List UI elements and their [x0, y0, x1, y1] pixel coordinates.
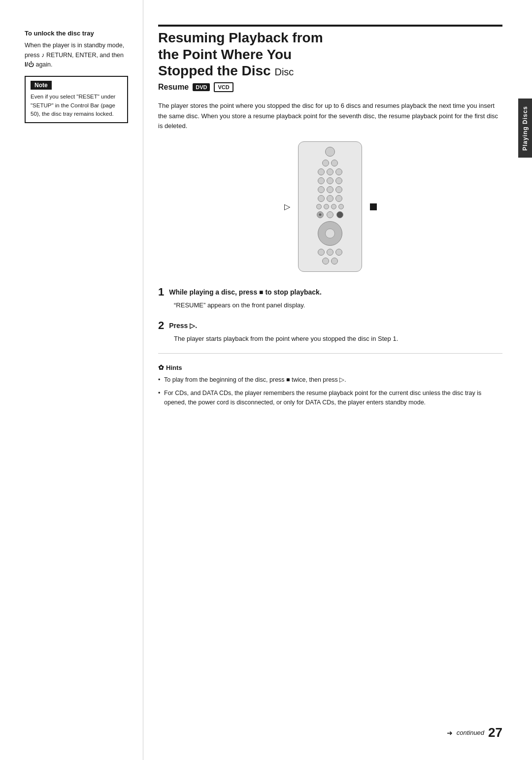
hints-section: ✿ Hints To play from the beginning of th…	[158, 363, 502, 407]
subtitle-row: Resume DVD VCD	[158, 82, 502, 92]
step1-desc: “RESUME” appears on the front panel disp…	[174, 300, 502, 310]
remote-btn	[335, 177, 342, 184]
remote-nav-circle	[318, 221, 342, 246]
remote-btn	[322, 160, 329, 166]
remote-btn-stop	[336, 211, 343, 218]
continued-text: continued	[457, 729, 484, 736]
remote-btn	[327, 195, 333, 202]
unlock-title: To unlock the disc tray	[25, 30, 128, 37]
remote-btn	[327, 186, 333, 193]
remote-btn	[327, 168, 333, 175]
remote-btn	[331, 160, 338, 166]
remote-illustration: ▷	[158, 141, 502, 272]
remote-btn-play: ⊕	[317, 211, 324, 218]
unlock-text: When the player is in standby mode, pres…	[25, 41, 128, 69]
side-tab-label: Playing Discs	[522, 105, 529, 150]
remote-btn	[322, 258, 329, 264]
remote-btn	[327, 249, 333, 256]
main-title-line1: Resuming Playback from	[158, 30, 502, 46]
note-box: Note Even if you select "RESET" under "S…	[25, 76, 128, 123]
remote-btn	[327, 177, 333, 184]
hints-list: To play from the beginning of the disc, …	[158, 375, 502, 407]
remote-btn	[335, 168, 342, 175]
step1-number: 1	[158, 287, 164, 297]
note-text: Even if you select "RESET" under "SETUP"…	[31, 93, 122, 118]
music-icon: ♪	[41, 51, 45, 59]
step-1: 1 While playing a disc, press ■ to stop …	[158, 287, 502, 310]
main-title: Resuming Playback from the Point Where Y…	[158, 25, 502, 79]
remote-nav-inner	[325, 229, 335, 238]
remote-btn	[316, 204, 322, 209]
step2-desc: The player starts playback from the poin…	[174, 334, 502, 344]
remote-btn-pause	[327, 211, 333, 218]
hint-2: For CDs, and DATA CDs, the player rememb…	[158, 389, 502, 407]
arrow-continued-icon: ➜	[447, 729, 453, 737]
remote-btn	[318, 249, 325, 256]
remote-btn	[338, 204, 344, 209]
remote-btn	[318, 186, 325, 193]
left-column: To unlock the disc tray When the player …	[0, 0, 143, 760]
hints-title: ✿ Hints	[158, 363, 502, 371]
intro-text: The player stores the point where you st…	[158, 101, 502, 132]
step2-title: Press ▷.	[169, 320, 197, 331]
page-footer: ➜ continued 27	[447, 725, 502, 740]
hint-1: To play from the beginning of the disc, …	[158, 375, 502, 385]
page-number: 27	[488, 725, 502, 740]
disc-suffix: Disc	[274, 66, 294, 77]
remote-btn	[318, 168, 325, 175]
remote-btn	[335, 195, 342, 202]
main-title-line3: Stopped the Disc Disc	[158, 63, 502, 79]
note-label: Note	[31, 81, 52, 90]
step2-number: 2	[158, 320, 164, 331]
step-2: 2 Press ▷. The player starts playback fr…	[158, 320, 502, 344]
remote-btn	[335, 186, 342, 193]
remote-btn	[331, 204, 336, 209]
remote-top-btn	[325, 147, 335, 157]
remote-btn	[331, 258, 338, 264]
side-tab: Playing Discs	[518, 99, 532, 158]
vcd-badge: VCD	[214, 82, 233, 92]
remote-btn	[318, 177, 325, 184]
step1-title: While playing a disc, press ■ to stop pl…	[169, 287, 322, 297]
remote-btn	[335, 249, 342, 256]
stop-indicator-right	[370, 203, 377, 210]
main-title-line2: the Point Where You	[158, 46, 502, 63]
remote-control: ⊕	[298, 141, 362, 272]
section-divider	[158, 353, 502, 354]
dvd-badge: DVD	[193, 83, 210, 91]
remote-btn	[324, 204, 329, 209]
subtitle-label: Resume	[158, 83, 189, 92]
remote-btn	[318, 195, 325, 202]
play-indicator-left: ▷	[284, 202, 290, 211]
hints-icon: ✿	[158, 363, 164, 371]
right-column: Resuming Playback from the Point Where Y…	[143, 0, 532, 760]
